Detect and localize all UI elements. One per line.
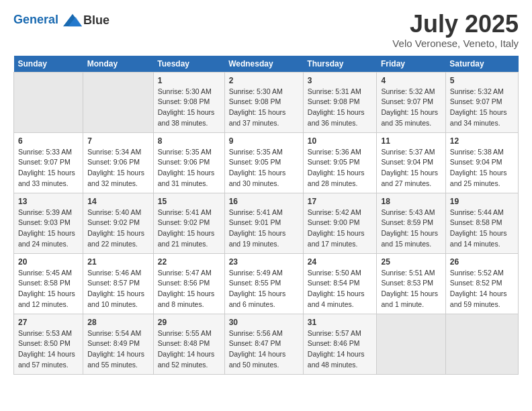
logo-general: General — [13, 13, 58, 26]
calendar-week-row: 27Sunrise: 5:53 AMSunset: 8:50 PMDayligh… — [14, 314, 519, 374]
table-row — [14, 72, 83, 132]
header: General Blue July 2025 Velo Veronese, Ve… — [13, 11, 519, 49]
calendar-subtitle: Velo Veronese, Veneto, Italy — [392, 38, 519, 49]
table-row: 27Sunrise: 5:53 AMSunset: 8:50 PMDayligh… — [14, 314, 83, 374]
day-number: 2 — [229, 76, 299, 85]
calendar-title: July 2025 — [392, 11, 519, 38]
table-row: 16Sunrise: 5:41 AMSunset: 9:01 PMDayligh… — [224, 193, 303, 253]
day-info: Sunrise: 5:51 AMSunset: 8:53 PMDaylight:… — [381, 268, 441, 310]
header-sunday: Sunday — [14, 56, 83, 73]
day-info: Sunrise: 5:32 AMSunset: 9:07 PMDaylight:… — [450, 87, 514, 129]
day-info: Sunrise: 5:41 AMSunset: 9:01 PMDaylight:… — [229, 208, 299, 250]
day-info: Sunrise: 5:43 AMSunset: 8:59 PMDaylight:… — [381, 208, 441, 250]
day-info: Sunrise: 5:41 AMSunset: 9:02 PMDaylight:… — [158, 208, 220, 250]
calendar-page: General Blue July 2025 Velo Veronese, Ve… — [0, 0, 532, 411]
table-row: 9Sunrise: 5:35 AMSunset: 9:05 PMDaylight… — [224, 132, 303, 193]
table-row: 14Sunrise: 5:40 AMSunset: 9:02 PMDayligh… — [83, 193, 153, 253]
day-info: Sunrise: 5:30 AMSunset: 9:08 PMDaylight:… — [229, 87, 299, 129]
calendar-table: Sunday Monday Tuesday Wednesday Thursday… — [13, 56, 519, 375]
day-number: 8 — [158, 136, 220, 146]
table-row: 24Sunrise: 5:50 AMSunset: 8:54 PMDayligh… — [303, 253, 377, 314]
day-info: Sunrise: 5:32 AMSunset: 9:07 PMDaylight:… — [381, 87, 441, 129]
table-row: 6Sunrise: 5:33 AMSunset: 9:07 PMDaylight… — [14, 132, 83, 193]
table-row: 5Sunrise: 5:32 AMSunset: 9:07 PMDaylight… — [445, 72, 518, 132]
table-row: 21Sunrise: 5:46 AMSunset: 8:57 PMDayligh… — [83, 253, 153, 314]
header-tuesday: Tuesday — [153, 56, 224, 73]
day-number: 29 — [158, 318, 220, 327]
day-info: Sunrise: 5:37 AMSunset: 9:04 PMDaylight:… — [381, 147, 441, 189]
table-row: 2Sunrise: 5:30 AMSunset: 9:08 PMDaylight… — [224, 72, 303, 132]
day-info: Sunrise: 5:52 AMSunset: 8:52 PMDaylight:… — [450, 268, 514, 310]
day-number: 28 — [87, 318, 148, 327]
table-row: 31Sunrise: 5:57 AMSunset: 8:46 PMDayligh… — [303, 314, 377, 374]
table-row: 18Sunrise: 5:43 AMSunset: 8:59 PMDayligh… — [377, 193, 445, 253]
day-number: 22 — [158, 257, 220, 267]
day-number: 14 — [87, 197, 148, 206]
header-monday: Monday — [83, 56, 153, 73]
logo-blue: Blue — [83, 13, 109, 28]
day-number: 12 — [450, 136, 514, 146]
calendar-week-row: 6Sunrise: 5:33 AMSunset: 9:07 PMDaylight… — [14, 132, 519, 193]
day-number: 15 — [158, 197, 220, 206]
day-info: Sunrise: 5:42 AMSunset: 9:00 PMDaylight:… — [308, 208, 373, 250]
table-row: 4Sunrise: 5:32 AMSunset: 9:07 PMDaylight… — [377, 72, 445, 132]
calendar-week-row: 1Sunrise: 5:30 AMSunset: 9:08 PMDaylight… — [14, 72, 519, 132]
header-saturday: Saturday — [445, 56, 518, 73]
day-number: 10 — [308, 136, 373, 146]
day-info: Sunrise: 5:35 AMSunset: 9:05 PMDaylight:… — [229, 147, 299, 189]
day-info: Sunrise: 5:54 AMSunset: 8:49 PMDaylight:… — [87, 328, 148, 371]
day-number: 17 — [308, 197, 373, 206]
table-row: 17Sunrise: 5:42 AMSunset: 9:00 PMDayligh… — [303, 193, 377, 253]
day-number: 24 — [308, 257, 373, 267]
day-info: Sunrise: 5:50 AMSunset: 8:54 PMDaylight:… — [308, 268, 373, 310]
table-row: 11Sunrise: 5:37 AMSunset: 9:04 PMDayligh… — [377, 132, 445, 193]
day-info: Sunrise: 5:34 AMSunset: 9:06 PMDaylight:… — [87, 147, 148, 189]
day-info: Sunrise: 5:31 AMSunset: 9:08 PMDaylight:… — [308, 87, 373, 129]
day-number: 26 — [450, 257, 514, 267]
day-number: 5 — [450, 76, 514, 85]
table-row: 7Sunrise: 5:34 AMSunset: 9:06 PMDaylight… — [83, 132, 153, 193]
table-row: 28Sunrise: 5:54 AMSunset: 8:49 PMDayligh… — [83, 314, 153, 374]
calendar-week-row: 20Sunrise: 5:45 AMSunset: 8:58 PMDayligh… — [14, 253, 519, 314]
day-number: 20 — [18, 257, 79, 267]
table-row: 30Sunrise: 5:56 AMSunset: 8:47 PMDayligh… — [224, 314, 303, 374]
day-number: 21 — [87, 257, 148, 267]
table-row — [83, 72, 153, 132]
day-number: 7 — [87, 136, 148, 146]
day-info: Sunrise: 5:35 AMSunset: 9:06 PMDaylight:… — [158, 147, 220, 189]
table-row: 22Sunrise: 5:47 AMSunset: 8:56 PMDayligh… — [153, 253, 224, 314]
day-info: Sunrise: 5:47 AMSunset: 8:56 PMDaylight:… — [158, 268, 220, 310]
table-row: 12Sunrise: 5:38 AMSunset: 9:04 PMDayligh… — [445, 132, 518, 193]
table-row — [377, 314, 445, 374]
header-wednesday: Wednesday — [224, 56, 303, 73]
day-number: 11 — [381, 136, 441, 146]
table-row: 8Sunrise: 5:35 AMSunset: 9:06 PMDaylight… — [153, 132, 224, 193]
day-number: 16 — [229, 197, 299, 206]
day-info: Sunrise: 5:46 AMSunset: 8:57 PMDaylight:… — [87, 268, 148, 310]
day-number: 18 — [381, 197, 441, 206]
day-number: 27 — [18, 318, 79, 327]
day-number: 4 — [381, 76, 441, 85]
day-number: 19 — [450, 197, 514, 206]
header-friday: Friday — [377, 56, 445, 73]
day-info: Sunrise: 5:40 AMSunset: 9:02 PMDaylight:… — [87, 208, 148, 250]
table-row: 15Sunrise: 5:41 AMSunset: 9:02 PMDayligh… — [153, 193, 224, 253]
title-block: July 2025 Velo Veronese, Veneto, Italy — [392, 11, 519, 49]
calendar-week-row: 13Sunrise: 5:39 AMSunset: 9:03 PMDayligh… — [14, 193, 519, 253]
day-info: Sunrise: 5:55 AMSunset: 8:48 PMDaylight:… — [158, 328, 220, 371]
table-row: 19Sunrise: 5:44 AMSunset: 8:58 PMDayligh… — [445, 193, 518, 253]
day-number: 23 — [229, 257, 299, 267]
day-info: Sunrise: 5:38 AMSunset: 9:04 PMDaylight:… — [450, 147, 514, 189]
logo: General Blue — [13, 11, 109, 30]
day-number: 30 — [229, 318, 299, 327]
table-row: 29Sunrise: 5:55 AMSunset: 8:48 PMDayligh… — [153, 314, 224, 374]
table-row: 10Sunrise: 5:36 AMSunset: 9:05 PMDayligh… — [303, 132, 377, 193]
logo-icon — [63, 11, 82, 30]
day-number: 9 — [229, 136, 299, 146]
day-info: Sunrise: 5:44 AMSunset: 8:58 PMDaylight:… — [450, 208, 514, 250]
table-row — [445, 314, 518, 374]
day-info: Sunrise: 5:45 AMSunset: 8:58 PMDaylight:… — [18, 268, 79, 310]
weekday-header-row: Sunday Monday Tuesday Wednesday Thursday… — [14, 56, 519, 73]
day-info: Sunrise: 5:49 AMSunset: 8:55 PMDaylight:… — [229, 268, 299, 310]
day-info: Sunrise: 5:39 AMSunset: 9:03 PMDaylight:… — [18, 208, 79, 250]
